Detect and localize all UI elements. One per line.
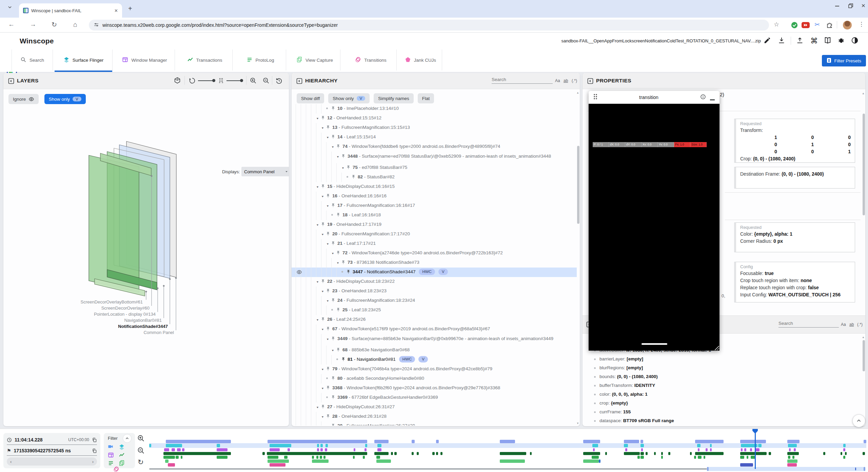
pin-icon[interactable] (351, 173, 356, 182)
protolog-track-segment[interactable] (163, 456, 175, 459)
detail-property[interactable]: bounds: (0, 0) - (1080, 2400) (588, 372, 862, 381)
match-case-icon[interactable]: Aa (555, 78, 560, 83)
surface-flinger-track-segment[interactable] (640, 444, 644, 447)
extensions-puzzle-icon[interactable] (826, 21, 833, 30)
shortcuts-icon[interactable]: ⌘ (810, 37, 818, 45)
detail-property[interactable]: barrierLayer: [empty] (588, 355, 862, 363)
scroll-up-icon[interactable]: ▲ (862, 92, 865, 95)
expand-arrow-icon[interactable]: ▼ (316, 316, 321, 323)
transactions-track-segment[interactable] (605, 452, 607, 455)
extension-scissors-icon[interactable]: ✂ (814, 21, 820, 28)
expand-arrow-icon[interactable]: ▼ (321, 413, 326, 420)
hierarchy-node-75[interactable]: ▼75 - ed70f88 StatusBar#75 (292, 163, 577, 173)
dark-mode-icon[interactable] (851, 37, 859, 45)
tab-surface-flinger[interactable]: Surface Flinger (55, 50, 113, 71)
upload-icon[interactable] (796, 37, 804, 45)
detail-property[interactable]: blurRegions: [empty] (588, 363, 862, 372)
pin-icon[interactable] (326, 413, 330, 421)
surface-flinger-track-segment[interactable] (697, 444, 701, 447)
transactions-track-segment[interactable] (267, 452, 367, 455)
resize-handle-icon[interactable] (715, 346, 719, 350)
window-manager-track-segment[interactable] (288, 448, 290, 451)
protolog-track-segment[interactable] (217, 456, 228, 459)
transitions-track-segment[interactable] (787, 463, 796, 467)
tab-search[interactable]: Search (12, 50, 53, 71)
detail-property[interactable]: crop: {empty} (588, 399, 862, 408)
chip-simplify-names[interactable]: Simplify names (374, 93, 414, 103)
prev-frame-icon[interactable]: ‹ (10, 459, 12, 464)
transactions-track-segment[interactable] (863, 452, 865, 455)
tab-transactions[interactable]: Transactions (177, 50, 233, 71)
expand-arrow-icon[interactable]: ▼ (326, 336, 331, 342)
window-manager-track-segment[interactable] (641, 448, 643, 451)
view-capture-track-segment[interactable] (787, 459, 797, 463)
collapse-timeline-button[interactable] (852, 414, 865, 427)
hierarchy-node-24[interactable]: ▼24 - FullscreenMagnification:18:23#24 (292, 296, 577, 306)
layer-label[interactable]: NotificationShade#3447 (118, 324, 168, 329)
transactions-track-segment[interactable] (640, 452, 644, 455)
protolog-track-segment[interactable] (698, 456, 702, 459)
hierarchy-node-73[interactable]: ▼73 - 8736138 NotificationShade#73 (292, 258, 577, 268)
hierarchy-node-68[interactable]: ▼68 - 885b63e NavigationBar0#68 (292, 346, 577, 355)
hierarchy-node-3368[interactable]: ▼3368 - WindowToken{f6b2f60 type=2024 an… (292, 383, 577, 393)
transactions-track-segment[interactable] (661, 452, 663, 455)
ns-time-field[interactable]: ⚑ 1715339054227572545 ns (7, 446, 97, 456)
hierarchy-node-12[interactable]: ▼12 - OneHanded:15:15#12 (292, 114, 577, 123)
expand-arrow-icon[interactable]: ▼ (326, 202, 331, 210)
drag-handle-icon[interactable] (593, 94, 597, 101)
window-manager-track-segment[interactable] (325, 448, 327, 451)
pin-icon[interactable] (336, 211, 340, 220)
expand-arrow-icon[interactable]: ▼ (321, 193, 326, 200)
protolog-track-segment[interactable] (284, 456, 288, 459)
protolog-track-segment[interactable] (376, 456, 380, 459)
transactions-track-segment[interactable] (440, 452, 442, 455)
collapse-panel-icon[interactable] (296, 78, 303, 86)
next-frame-icon[interactable]: › (92, 459, 94, 464)
surface-flinger-track-segment[interactable] (320, 444, 322, 447)
view-capture-filter-icon[interactable] (119, 460, 124, 466)
transactions-track-segment[interactable] (845, 452, 847, 455)
timeline-zoom-range[interactable] (707, 467, 865, 471)
transition-overlay-window[interactable]: transition P: 0 / 1dX: 0.0dY: 0.0Xv: 0.0… (589, 91, 719, 351)
layers-3d-view[interactable]: ScreenDecorOverlayBottom#61ScreenDecorOv… (3, 73, 289, 426)
protolog-track-segment[interactable] (320, 456, 322, 459)
protolog-track-segment[interactable] (353, 456, 355, 459)
detail-property[interactable]: dataspace: BT709 sRGB Full range (588, 416, 862, 425)
window-manager-track-segment[interactable] (698, 448, 699, 451)
hierarchy-node-81[interactable]: 81 - NavigationBar0#81HWCV (292, 355, 577, 365)
surface-flinger-track-segment[interactable] (758, 444, 762, 447)
transactions-track-segment[interactable] (654, 452, 656, 455)
chip-show-only[interactable]: Show onlyV (328, 93, 370, 103)
screen-recording-track-segment[interactable] (268, 440, 367, 443)
screen-recording-track-segment[interactable] (740, 440, 766, 443)
tab-transitions[interactable]: Transitions (345, 50, 397, 71)
window-manager-track-segment[interactable] (750, 448, 752, 451)
screen-recording-track-segment[interactable] (374, 440, 389, 443)
protolog-track-segment[interactable] (661, 456, 663, 459)
view-capture-track-segment[interactable] (599, 459, 600, 463)
transactions-track-segment[interactable] (841, 452, 842, 455)
filter-collapse-icon[interactable] (123, 434, 132, 443)
extension-playback-icon[interactable] (802, 22, 810, 29)
pin-icon[interactable] (331, 297, 335, 306)
window-manager-track-segment[interactable] (177, 448, 181, 451)
pin-icon[interactable] (326, 124, 330, 133)
window-manager-track-segment[interactable] (706, 448, 707, 451)
report-bug-icon[interactable] (837, 37, 846, 45)
pin-icon[interactable] (321, 221, 325, 230)
surface-flinger-track-segment[interactable] (365, 444, 367, 447)
pin-icon[interactable] (331, 202, 335, 211)
protolog-track-segment[interactable] (788, 456, 790, 459)
hierarchy-node-29[interactable]: ▼29 - FullscreenMagnification:26:27#29 (292, 421, 577, 426)
expand-arrow-icon[interactable]: ▼ (321, 326, 326, 333)
screen-recording-track-segment[interactable] (436, 440, 439, 443)
window-manager-track-segment[interactable] (320, 448, 322, 451)
surface-flinger-track-segment[interactable] (317, 444, 319, 447)
expand-arrow-icon[interactable]: ▼ (326, 422, 331, 426)
screen-recording-track-segment[interactable] (695, 440, 724, 443)
window-manager-track-segment[interactable] (364, 448, 367, 451)
protolog-track-segment[interactable] (316, 456, 318, 459)
expand-arrow-icon[interactable]: ▼ (321, 366, 326, 373)
surface-flinger-track-segment[interactable] (166, 444, 182, 447)
pin-icon[interactable] (331, 105, 335, 114)
